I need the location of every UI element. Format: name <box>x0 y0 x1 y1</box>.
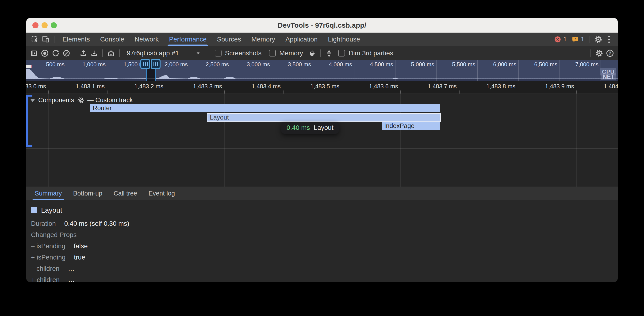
ruler-tick-label: 1,483.2 ms <box>134 83 166 90</box>
flame-bar-layout[interactable]: Layout <box>208 114 440 121</box>
cpu-activity-chart <box>26 60 618 81</box>
summary-row-children: – children… <box>31 265 618 272</box>
ruler-tick-label: 1,484.0 ms <box>604 83 618 90</box>
tab-network[interactable]: Network <box>129 32 164 46</box>
target-label: 97r6ql.csb.app #1 <box>127 49 179 57</box>
flame-chart[interactable]: Components — Custom track RouterLayoutIn… <box>26 94 618 187</box>
divider <box>590 49 591 57</box>
collapse-triangle-icon[interactable] <box>30 99 35 102</box>
reload-record-icon[interactable] <box>50 48 61 59</box>
clear-icon[interactable] <box>61 48 72 59</box>
toggle-sidebar-icon[interactable] <box>29 48 40 59</box>
ruler-tick <box>400 90 401 93</box>
track-separator <box>26 148 618 149</box>
selection-right-handle[interactable] <box>151 59 160 69</box>
divider <box>119 49 120 57</box>
chevron-down-icon <box>196 51 201 56</box>
summary-row-ispending: – isPendingfalse <box>31 242 618 250</box>
tab-memory[interactable]: Memory <box>246 32 280 46</box>
zoom-window-button[interactable] <box>51 22 57 28</box>
details-tab-summary[interactable]: Summary <box>29 187 68 200</box>
divider <box>320 49 321 57</box>
checkbox-box[interactable] <box>338 50 345 56</box>
track-focus-indicator <box>26 95 28 147</box>
inspect-element-icon[interactable] <box>30 34 40 45</box>
summary-key: Duration <box>31 220 56 227</box>
screenshots-checkbox[interactable]: Screenshots <box>215 49 262 57</box>
details-tab-event-log[interactable]: Event log <box>143 187 181 200</box>
selection-left-line <box>146 67 147 81</box>
checkbox-label: Memory <box>279 49 303 57</box>
help-icon[interactable]: ? <box>604 48 615 59</box>
capture-settings-gear-icon[interactable] <box>594 48 604 59</box>
components-track-header[interactable]: Components — Custom track <box>30 97 133 104</box>
ruler-tick-label: 1,483.9 ms <box>545 83 576 90</box>
checkbox-box[interactable] <box>269 50 276 56</box>
flame-gridline <box>459 94 459 187</box>
summary-value: … <box>68 265 74 272</box>
devtools-tabbar: ElementsConsoleNetworkPerformanceSources… <box>26 32 618 46</box>
memory-checkbox[interactable]: Memory <box>269 49 303 57</box>
minimize-window-button[interactable] <box>42 22 48 28</box>
tab-elements[interactable]: Elements <box>57 32 95 46</box>
flame-gridline <box>48 94 48 187</box>
tab-lighthouse[interactable]: Lighthouse <box>323 32 365 46</box>
checkbox-box[interactable] <box>215 50 222 56</box>
download-profile-icon[interactable] <box>89 48 100 59</box>
error-icon <box>554 36 562 43</box>
checkbox-label: Dim 3rd parties <box>348 49 393 57</box>
summary-value: true <box>74 254 85 261</box>
upload-profile-icon[interactable] <box>78 48 89 59</box>
panel-tabs: ElementsConsoleNetworkPerformanceSources… <box>57 32 365 46</box>
summary-row-changed-props: Changed Props <box>31 231 618 239</box>
dim-3rd-parties-checkbox[interactable]: Dim 3rd parties <box>338 49 393 57</box>
warning-badge[interactable]: 1 <box>572 36 584 43</box>
summary-key: + isPending <box>31 254 66 261</box>
selection-left-handle[interactable] <box>140 59 150 69</box>
home-icon[interactable] <box>106 48 116 59</box>
divider <box>54 36 54 43</box>
tooltip-label: Layout <box>314 124 334 131</box>
settings-gear-icon[interactable] <box>593 34 604 45</box>
divider <box>75 49 75 57</box>
collapse-flame-icon[interactable] <box>324 48 334 59</box>
error-badge[interactable]: 1 <box>554 36 567 43</box>
record-icon[interactable] <box>40 48 50 59</box>
divider <box>590 36 590 43</box>
device-toolbar-icon[interactable] <box>40 34 51 45</box>
ruler-tick <box>518 90 518 93</box>
summary-key: Changed Props <box>31 231 77 239</box>
summary-value: 0.40 ms (self 0.30 ms) <box>64 220 129 227</box>
ruler-tick-label: 1,483.1 ms <box>76 83 107 90</box>
tooltip-duration: 0.40 ms <box>286 124 310 131</box>
ruler-tick <box>107 90 108 93</box>
ruler-tick <box>283 90 284 93</box>
ruler-tick <box>224 90 225 93</box>
details-tab-bottom-up[interactable]: Bottom-up <box>68 187 108 200</box>
window-title: DevTools - 97r6ql.csb.app/ <box>278 21 366 29</box>
flame-bar-indexpage[interactable]: IndexPage <box>382 122 440 130</box>
summary-title-row: Layout <box>31 206 618 214</box>
ruler-tick-label: 1,483.3 ms <box>193 83 224 90</box>
track-name: Components <box>38 97 74 104</box>
tab-console[interactable]: Console <box>95 32 130 46</box>
flame-bar-router[interactable]: Router <box>90 104 440 112</box>
details-tabbar: SummaryBottom-upCall treeEvent log <box>26 187 618 200</box>
track-suffix: — Custom track <box>87 97 133 104</box>
summary-pane: Layout Duration0.40 ms (self 0.30 ms)Cha… <box>26 200 618 282</box>
summary-value: … <box>68 276 75 282</box>
event-color-swatch <box>31 207 37 213</box>
summary-value: false <box>74 242 88 250</box>
timeline-overview[interactable]: 500 ms1,000 ms1,500 ms2,000 ms2,500 ms3,… <box>26 60 618 81</box>
details-tab-call-tree[interactable]: Call tree <box>108 187 143 200</box>
divider <box>102 49 103 57</box>
more-options-icon[interactable] <box>604 34 614 45</box>
target-selector[interactable]: 97r6ql.csb.app #1 <box>127 49 201 57</box>
titlebar: DevTools - 97r6ql.csb.app/ <box>26 18 618 32</box>
detail-time-ruler[interactable]: 1,483.0 ms1,483.1 ms1,483.2 ms1,483.3 ms… <box>26 81 618 94</box>
tab-performance[interactable]: Performance <box>164 32 212 46</box>
tab-application[interactable]: Application <box>280 32 323 46</box>
close-window-button[interactable] <box>32 22 38 28</box>
tab-sources[interactable]: Sources <box>212 32 246 46</box>
collect-garbage-icon[interactable] <box>307 48 318 59</box>
